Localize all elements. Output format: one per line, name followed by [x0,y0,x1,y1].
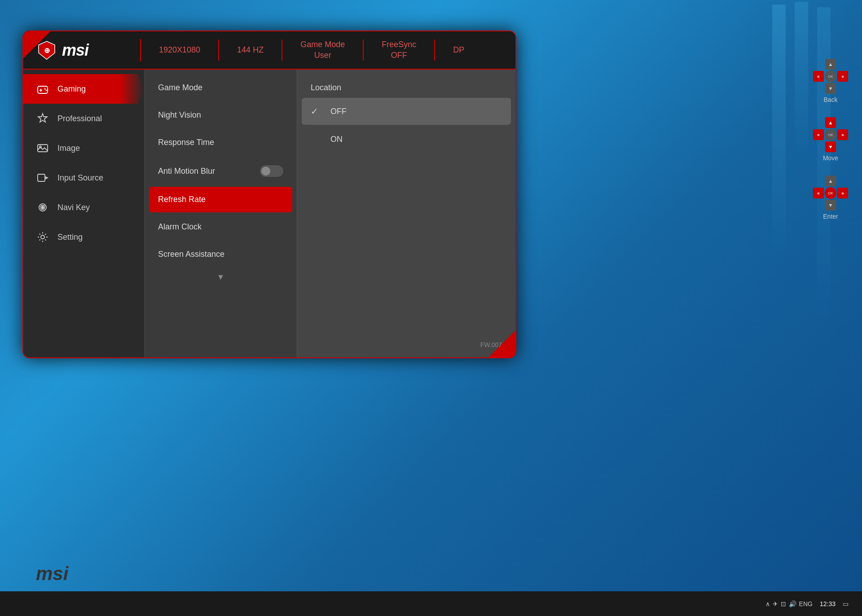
enter-label: Enter [823,213,838,220]
navi-key-icon [36,201,49,214]
options-panel: Location ✓ OFF ✓ ON [297,70,515,357]
gaming-icon [36,82,49,96]
sidebar-item-professional[interactable]: Professional [23,104,144,133]
option-off[interactable]: ✓ OFF [302,98,511,125]
svg-text:⊕: ⊕ [44,47,50,54]
move-dpad: ▲ « OK » ▼ [813,117,849,153]
fw-version: FW.007 [480,341,502,348]
menu-panel: Game Mode Night Vision Response Time Ant… [145,70,297,357]
menu-alarm-clock[interactable]: Alarm Clock [145,213,297,241]
enter-dpad-right[interactable]: » [837,188,848,198]
bottom-msi-logo: msi [36,563,68,585]
option-on[interactable]: ✓ ON [297,126,515,153]
dpad-down-btn[interactable]: ▼ [825,83,836,94]
tray-language: ENG [799,600,813,607]
sidebar-gaming-label: Gaming [57,84,86,94]
taskbar-system-tray: ∧ ✈ ⊡ 🔊 ENG [765,600,813,607]
header-logo: ⊕ msi [23,40,140,61]
settings-icon [36,230,49,244]
header-stats: 1920X1080 144 HZ Game ModeUser FreeSyncO… [141,40,515,61]
move-dpad-up[interactable]: ▲ [825,117,836,128]
taskbar: ∧ ✈ ⊡ 🔊 ENG 12:33 ▭ [0,591,862,616]
enter-dpad-ok[interactable]: OK [825,187,836,199]
star-icon [36,112,49,125]
tray-bluetooth-icon: ✈ [773,600,778,607]
taskbar-notification-icon: ▭ [843,600,849,607]
tray-volume-icon: 🔊 [789,600,796,607]
dpad-ok-center[interactable]: OK [825,70,836,82]
sidebar-item-setting[interactable]: Setting [23,222,144,252]
back-dpad: ▲ « OK » ▼ [813,58,849,94]
menu-response-time[interactable]: Response Time [145,129,297,156]
svg-point-14 [42,207,44,208]
sidebar-item-gaming[interactable]: Gaming [23,74,144,104]
checkmark-icon: ✓ [311,106,321,117]
svg-point-6 [46,90,47,91]
tray-monitor-icon: ⊡ [781,600,786,607]
back-nav-group: ▲ « OK » ▼ Back [813,58,849,103]
sidebar-item-image[interactable]: Image [23,133,144,163]
input-stat: DP [435,40,482,61]
sidebar-image-label: Image [57,144,80,153]
toggle-knob [261,167,270,176]
sidebar-input-label: Input Source [57,173,103,183]
osd-window: ⊕ msi 1920X1080 144 HZ Game ModeUser Fre… [22,31,516,358]
scroll-down-indicator: ▼ [145,268,297,286]
menu-night-vision[interactable]: Night Vision [145,101,297,129]
mode-stat: Game ModeUser [282,40,364,61]
enter-dpad-up[interactable]: ▲ [825,176,836,186]
dpad-right-btn[interactable]: » [837,71,848,82]
sidebar-professional-label: Professional [57,114,102,123]
sidebar-item-navi-key[interactable]: Navi Key [23,193,144,222]
image-icon [36,141,49,155]
msi-brand-text: msi [62,41,88,60]
menu-screen-assistance[interactable]: Screen Assistance [145,241,297,268]
nav-controls-panel: ▲ « OK » ▼ Back ▲ « OK » ▼ Move ▲ [813,58,849,220]
enter-nav-group: ▲ « OK » ▼ Enter [813,175,849,220]
move-dpad-left[interactable]: « [813,129,824,140]
input-source-icon [36,171,49,185]
msi-shield-icon: ⊕ [36,40,57,61]
anti-motion-toggle[interactable] [260,165,283,177]
move-dpad-right[interactable]: » [837,129,848,140]
dpad-up-btn[interactable]: ▲ [825,59,836,70]
move-dpad-down[interactable]: ▼ [825,141,836,152]
dpad-left-btn[interactable]: « [813,71,824,82]
svg-marker-0 [39,41,55,59]
move-label: Move [823,154,838,162]
enter-dpad: ▲ « OK » ▼ [813,175,849,211]
svg-marker-7 [38,114,47,122]
sidebar: Gaming Professional Im [23,70,145,357]
taskbar-time: 12:33 [820,600,836,607]
sidebar-navi-label: Navi Key [57,203,90,212]
header-bar: ⊕ msi 1920X1080 144 HZ Game ModeUser Fre… [23,31,515,70]
resolution-stat: 1920X1080 [141,40,219,61]
svg-point-5 [44,88,46,90]
sidebar-item-input-source[interactable]: Input Source [23,163,144,193]
main-content: Gaming Professional Im [23,70,515,357]
menu-refresh-rate[interactable]: Refresh Rate [149,187,292,212]
move-nav-group: ▲ « OK » ▼ Move [813,117,849,162]
enter-dpad-down[interactable]: ▼ [825,200,836,211]
menu-anti-motion-blur[interactable]: Anti Motion Blur [145,156,297,186]
freesync-stat: FreeSyncOFF [364,40,435,61]
tray-up-arrow: ∧ [765,600,770,607]
svg-rect-10 [38,174,45,181]
back-label: Back [823,96,837,103]
svg-point-15 [41,235,44,239]
menu-game-mode[interactable]: Game Mode [145,74,297,101]
options-title: Location [297,74,515,97]
enter-dpad-left[interactable]: « [813,188,824,198]
move-dpad-ok[interactable]: OK [825,129,836,141]
sidebar-setting-label: Setting [57,233,83,242]
refresh-stat: 144 HZ [219,40,282,61]
